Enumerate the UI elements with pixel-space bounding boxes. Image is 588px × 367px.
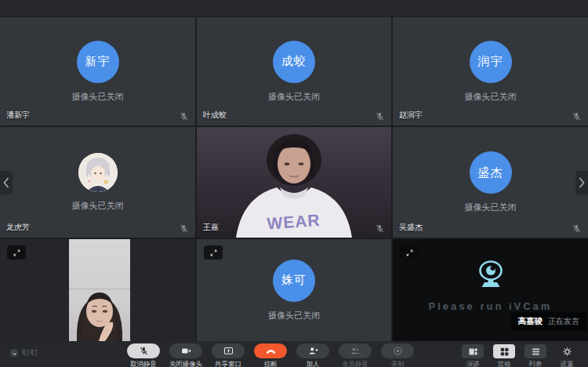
- gear-icon: [562, 347, 572, 357]
- participant-name: 吴盛杰: [399, 222, 423, 233]
- participant-name: 龙虎芳: [6, 222, 30, 233]
- participant-grid: 新宇 摄像头已关闭 潘新宇 成蛟 摄像头已关闭 叶成蛟 润宇 摄像头已关闭 赵润…: [0, 17, 588, 341]
- toolbar-button-record[interactable]: 录制: [379, 341, 416, 367]
- toolbar-label: 共享窗口: [215, 360, 241, 367]
- expand-icon: [13, 249, 21, 257]
- speaker-status: 正在发言: [548, 316, 579, 327]
- expand-tile-button[interactable]: [400, 245, 419, 260]
- participant-video: WEAR: [197, 127, 391, 238]
- settings-button[interactable]: 设置: [554, 341, 580, 367]
- toolbar-label: 加人: [307, 360, 320, 367]
- meeting-toolbar: 钉钉 取消静音 关闭摄像头 共享窗口 挂断 加人: [0, 341, 588, 367]
- avatar: 姝可: [273, 260, 315, 302]
- camera-off-label: 摄像头已关闭: [72, 91, 124, 103]
- next-page-arrow[interactable]: [575, 171, 588, 194]
- expand-icon: [209, 249, 218, 257]
- avatar: 成蛟: [273, 41, 315, 83]
- avatar: 新宇: [77, 41, 119, 83]
- mute-all-icon: [350, 346, 361, 356]
- participant-tile[interactable]: [0, 239, 195, 341]
- participant-video: [69, 239, 130, 341]
- toolbar-button-share-screen[interactable]: 共享窗口: [210, 341, 246, 367]
- dingtalk-logo-icon: [9, 348, 19, 358]
- toolbar-button-hang-up[interactable]: 挂断: [252, 341, 289, 367]
- speaking-toast: 高嘉骏 正在发言: [511, 312, 587, 331]
- toolbar-button-camera-off[interactable]: 关闭摄像头: [168, 341, 204, 367]
- view-label: 设置: [561, 360, 574, 367]
- expand-tile-button[interactable]: [204, 245, 223, 260]
- add-person-icon: [308, 346, 318, 356]
- muted-mic-icon: [179, 223, 189, 234]
- participant-tile[interactable]: 摄像头已关闭 龙虎芳: [0, 127, 195, 238]
- share-screen-icon: [223, 346, 234, 356]
- record-icon: [393, 346, 403, 356]
- ivcam-message: Please run iVCam: [429, 300, 553, 312]
- svg-text:WEAR: WEAR: [267, 211, 321, 233]
- camera-icon: [181, 346, 191, 356]
- toolbar-label: 取消静音: [130, 360, 157, 367]
- camera-off-label: 摄像头已关闭: [465, 202, 517, 213]
- list-view-icon: [531, 347, 541, 357]
- grid-view-icon: [499, 347, 510, 357]
- participant-name: 王嘉: [203, 222, 219, 233]
- previous-page-arrow[interactable]: [0, 171, 13, 194]
- expand-icon: [405, 249, 414, 257]
- muted-mic-icon: [375, 111, 385, 122]
- participant-tile[interactable]: WEAR 王嘉: [197, 127, 391, 238]
- speaker-view-icon: [468, 347, 478, 357]
- toolbar-label: 录制: [391, 360, 405, 367]
- toolbar-button-mute-all[interactable]: 全员静音: [337, 341, 373, 367]
- toolbar-label: 挂断: [264, 360, 278, 367]
- participant-name: 潘新宇: [6, 110, 30, 121]
- chevron-left-icon: [3, 177, 9, 188]
- view-list-button[interactable]: 列表: [522, 341, 549, 367]
- avatar: 盛杰: [470, 151, 512, 194]
- camera-off-label: 摄像头已关闭: [268, 91, 320, 103]
- toolbar-button-unmute[interactable]: 取消静音: [125, 341, 162, 367]
- mic-muted-icon: [139, 346, 149, 356]
- window-top-strip: [0, 0, 588, 17]
- view-grid-button[interactable]: 宫格: [491, 341, 517, 367]
- participant-tile[interactable]: Please run iVCam 高嘉骏 正在发言: [393, 239, 588, 341]
- camera-off-label: 摄像头已关闭: [268, 310, 320, 322]
- brand: 钉钉: [9, 347, 38, 358]
- chevron-right-icon: [579, 177, 585, 188]
- participant-name: 赵润宇: [399, 110, 423, 121]
- camera-off-label: 摄像头已关闭: [72, 200, 124, 212]
- participant-tile[interactable]: 成蛟 摄像头已关闭 叶成蛟: [197, 17, 391, 125]
- muted-mic-icon: [179, 111, 189, 122]
- view-speaker-button[interactable]: 演讲: [459, 341, 486, 367]
- participant-tile[interactable]: 新宇 摄像头已关闭 潘新宇: [0, 17, 195, 125]
- webcam-icon: [472, 258, 510, 291]
- participant-name: 叶成蛟: [203, 110, 227, 121]
- meeting-window: 新宇 摄像头已关闭 潘新宇 成蛟 摄像头已关闭 叶成蛟 润宇 摄像头已关闭 赵润…: [0, 0, 588, 367]
- participant-tile[interactable]: 盛杰 摄像头已关闭 吴盛杰: [393, 127, 588, 238]
- view-label: 演讲: [466, 360, 480, 367]
- muted-mic-icon: [572, 111, 582, 122]
- expand-tile-button[interactable]: [7, 245, 26, 260]
- participant-tile[interactable]: 润宇 摄像头已关闭 赵润宇: [393, 17, 588, 125]
- avatar: 润宇: [470, 41, 512, 83]
- speaker-name: 高嘉骏: [518, 316, 543, 327]
- toolbar-label: 关闭摄像头: [169, 360, 203, 367]
- toolbar-label: 全员静音: [342, 360, 368, 367]
- brand-label: 钉钉: [22, 347, 38, 358]
- toolbar-button-add-person[interactable]: 加人: [295, 341, 331, 367]
- hang-up-icon: [266, 346, 276, 356]
- muted-mic-icon: [375, 223, 385, 234]
- participant-tile[interactable]: 姝可 摄像头已关闭: [197, 239, 391, 341]
- camera-off-label: 摄像头已关闭: [465, 91, 517, 103]
- view-label: 列表: [529, 360, 543, 367]
- muted-mic-icon: [572, 223, 582, 234]
- view-label: 宫格: [498, 360, 511, 367]
- profile-picture: [78, 153, 118, 192]
